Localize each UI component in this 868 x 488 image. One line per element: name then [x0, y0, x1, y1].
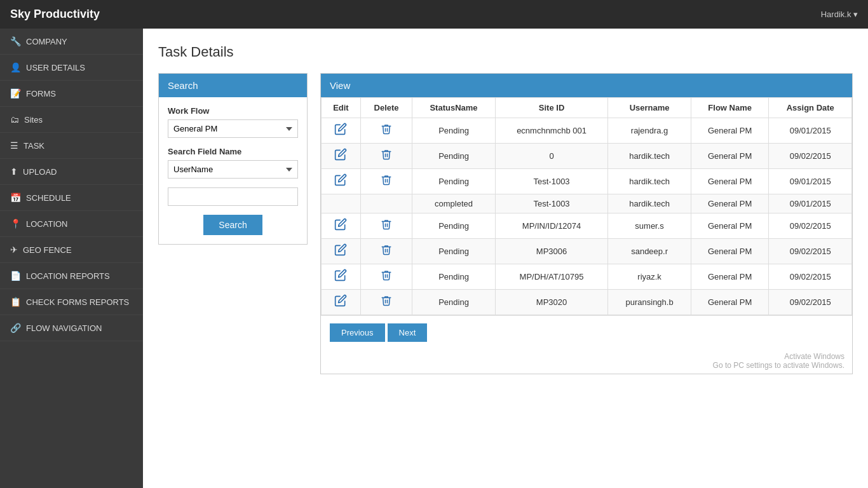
edit-button[interactable] — [334, 269, 347, 285]
sidebar-item-user-details[interactable]: 👤 USER DETAILS — [0, 55, 143, 81]
sidebar-item-task[interactable]: ☰ TASK — [0, 133, 143, 159]
sidebar-label-check-forms-reports: CHECK FORMS REPORTS — [26, 297, 129, 307]
cell-site-id: MP3006 — [495, 239, 608, 264]
table-row: Pending0hardik.techGeneral PM09/02/2015 — [322, 144, 852, 169]
sidebar-item-flow-navigation[interactable]: 🔗 FLOW NAVIGATION — [0, 315, 143, 341]
delete-button[interactable] — [381, 173, 392, 189]
sidebar-label-task: TASK — [24, 141, 44, 151]
search-field-select[interactable]: UserName — [168, 160, 298, 179]
cell-edit — [322, 264, 361, 290]
cell-edit — [322, 290, 361, 315]
cell-assign-date: 09/02/2015 — [769, 264, 852, 290]
sidebar-item-schedule[interactable]: 📅 SCHEDULE — [0, 185, 143, 211]
cell-delete — [360, 118, 412, 144]
delete-button[interactable] — [381, 218, 392, 234]
table-header-row: Edit Delete StatusName Site ID Username … — [322, 98, 852, 118]
edit-button[interactable] — [334, 243, 347, 259]
col-status: StatusName — [412, 98, 495, 118]
cell-site-id: MP/IN/ID/12074 — [495, 214, 608, 239]
table-row: PendingMP/IN/ID/12074sumer.sGeneral PM09… — [322, 214, 852, 239]
sidebar-item-location[interactable]: 📍 LOCATION — [0, 211, 143, 237]
cell-edit — [322, 169, 361, 194]
cell-username: rajendra.g — [608, 118, 691, 144]
delete-button[interactable] — [381, 123, 392, 139]
delete-button[interactable] — [381, 243, 392, 259]
sidebar-label-location-reports: LOCATION REPORTS — [26, 271, 110, 281]
cell-flow-name: General PM — [691, 264, 769, 290]
sidebar-label-user-details: USER DETAILS — [26, 63, 85, 72]
cell-status: completed — [412, 194, 495, 214]
edit-button[interactable] — [334, 173, 347, 189]
sidebar-label-company: COMPANY — [26, 37, 67, 46]
sidebar-item-check-forms-reports[interactable]: 📋 CHECK FORMS REPORTS — [0, 289, 143, 315]
schedule-icon: 📅 — [10, 193, 21, 203]
view-panel: View Edit Delete StatusName Site ID User… — [320, 73, 853, 374]
cell-status: Pending — [412, 290, 495, 315]
table-row: PendingTest-1003hardik.techGeneral PM09/… — [322, 169, 852, 194]
cell-username: hardik.tech — [608, 194, 691, 214]
cell-flow-name: General PM — [691, 144, 769, 169]
search-field-group: Search Field Name UserName — [168, 147, 298, 179]
edit-button[interactable] — [334, 218, 347, 234]
col-username: Username — [608, 98, 691, 118]
sidebar-label-flow-navigation: FLOW NAVIGATION — [26, 323, 102, 333]
cell-delete — [360, 194, 412, 214]
sidebar-item-upload[interactable]: ⬆ UPLOAD — [0, 159, 143, 185]
search-input[interactable] — [168, 187, 298, 206]
sidebar-item-sites[interactable]: 🗂 Sites — [0, 107, 143, 133]
col-site-id: Site ID — [495, 98, 608, 118]
check-forms-icon: 📋 — [10, 297, 21, 307]
cell-edit — [322, 239, 361, 264]
cell-username: riyaz.k — [608, 264, 691, 290]
delete-button[interactable] — [381, 269, 392, 285]
sidebar-item-location-reports[interactable]: 📄 LOCATION REPORTS — [0, 263, 143, 289]
sidebar-item-company[interactable]: 🔧 COMPANY — [0, 29, 143, 55]
edit-button[interactable] — [334, 148, 347, 164]
view-panel-header: View — [321, 74, 852, 97]
geo-fence-icon: ✈ — [10, 245, 18, 255]
windows-watermark: Activate Windows Go to PC settings to ac… — [321, 349, 852, 374]
cell-assign-date: 09/02/2015 — [769, 144, 852, 169]
search-field-label: Search Field Name — [168, 147, 298, 156]
table-body: Pendingecnmchnmchb 001rajendra.gGeneral … — [322, 118, 852, 315]
cell-flow-name: General PM — [691, 118, 769, 144]
col-delete: Delete — [360, 98, 412, 118]
edit-button[interactable] — [334, 123, 347, 139]
workflow-label: Work Flow — [168, 106, 298, 116]
cell-username: puransingh.b — [608, 290, 691, 315]
sidebar-label-schedule: SCHEDULE — [26, 193, 71, 203]
location-icon: 📍 — [10, 219, 21, 229]
search-panel: Search Work Flow General PM Search Field… — [158, 73, 308, 245]
col-flow-name: Flow Name — [691, 98, 769, 118]
cell-edit — [322, 214, 361, 239]
location-reports-icon: 📄 — [10, 271, 21, 281]
sidebar-item-forms[interactable]: 📝 FORMS — [0, 81, 143, 107]
cell-status: Pending — [412, 144, 495, 169]
sidebar-label-sites: Sites — [24, 115, 43, 125]
cell-username: sumer.s — [608, 214, 691, 239]
delete-button[interactable] — [381, 148, 392, 164]
search-button[interactable]: Search — [203, 215, 262, 235]
sidebar-label-upload: UPLOAD — [23, 167, 57, 177]
next-button[interactable]: Next — [388, 323, 428, 342]
previous-button[interactable]: Previous — [330, 323, 385, 342]
table-row: PendingMP3006sandeep.rGeneral PM09/02/20… — [322, 239, 852, 264]
delete-button[interactable] — [381, 294, 392, 310]
cell-status: Pending — [412, 264, 495, 290]
sidebar-label-geo-fence: GEO FENCE — [23, 245, 72, 255]
sidebar-item-geo-fence[interactable]: ✈ GEO FENCE — [0, 237, 143, 263]
edit-button[interactable] — [334, 294, 347, 310]
sites-icon: 🗂 — [10, 114, 19, 125]
cell-edit — [322, 144, 361, 169]
cell-edit — [322, 118, 361, 144]
table-row: PendingMP/DH/AT/10795riyaz.kGeneral PM09… — [322, 264, 852, 290]
user-menu[interactable]: Hardik.k ▾ — [821, 10, 858, 19]
cell-status: Pending — [412, 118, 495, 144]
user-icon: 👤 — [10, 62, 21, 72]
pagination-row: Previous Next — [321, 315, 852, 349]
sidebar: 🔧 COMPANY 👤 USER DETAILS 📝 FORMS 🗂 Sites… — [0, 29, 143, 488]
cell-assign-date: 09/02/2015 — [769, 290, 852, 315]
task-icon: ☰ — [10, 140, 18, 151]
workflow-select[interactable]: General PM — [168, 119, 298, 138]
app-brand: Sky Productivity — [10, 8, 100, 21]
